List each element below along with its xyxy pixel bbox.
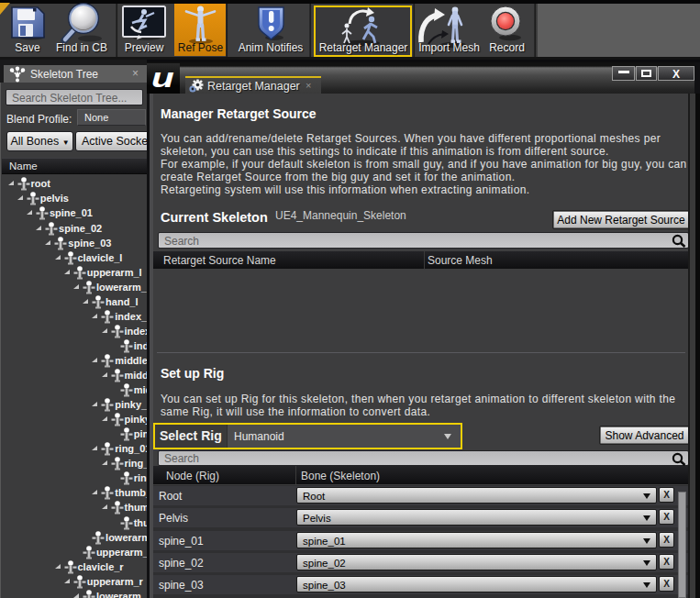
svg-text:u: u [151, 63, 174, 93]
